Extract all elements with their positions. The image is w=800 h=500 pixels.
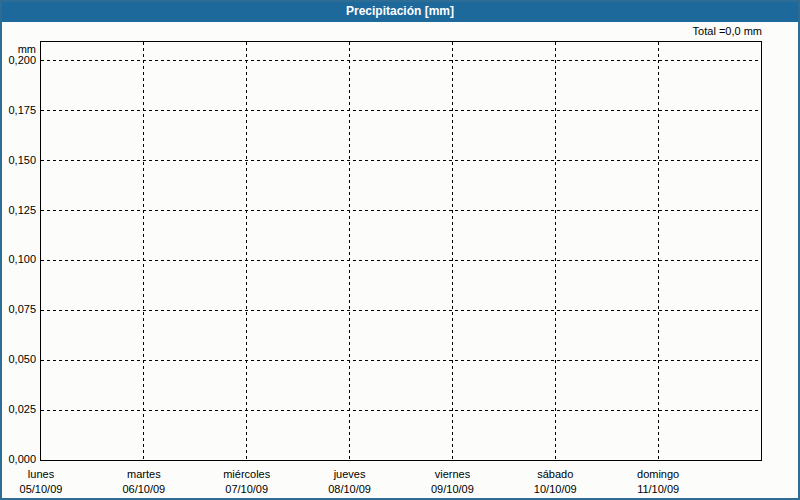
y-tick-label: 0,175 (2, 104, 36, 117)
h-gridline (41, 160, 761, 161)
plot-area (40, 41, 762, 461)
chart-title: Precipitación [mm] (346, 4, 454, 18)
h-gridline (41, 360, 761, 361)
y-tick-label: 0,100 (2, 253, 36, 266)
chart-title-bar: Precipitación [mm] (0, 0, 800, 22)
v-gridline (658, 42, 659, 460)
y-tick-label: 0,150 (2, 154, 36, 167)
v-gridline (349, 42, 350, 460)
v-gridline (143, 42, 144, 460)
x-day-label: martes (92, 468, 196, 481)
h-gridline (41, 60, 761, 61)
x-date-label: 11/10/09 (606, 483, 710, 496)
y-tick-label: 0,050 (2, 353, 36, 366)
v-gridline (246, 42, 247, 460)
x-date-label: 10/10/09 (503, 483, 607, 496)
y-tick-label: 0,200 (2, 54, 36, 67)
y-tick-label: 0,025 (2, 403, 36, 416)
x-day-label: sábado (503, 468, 607, 481)
x-day-label: jueves (298, 468, 402, 481)
x-day-label: miércoles (195, 468, 299, 481)
y-tick-label: 0,075 (2, 303, 36, 316)
h-gridline (41, 310, 761, 311)
total-label: Total =0,0 mm (693, 25, 762, 37)
x-day-label: domingo (606, 468, 710, 481)
v-gridline (452, 42, 453, 460)
x-date-label: 08/10/09 (298, 483, 402, 496)
x-date-label: 07/10/09 (195, 483, 299, 496)
h-gridline (41, 410, 761, 411)
chart-window: Precipitación [mm] Total =0,0 mm mm 0,00… (0, 0, 800, 500)
x-date-label: 06/10/09 (92, 483, 196, 496)
x-date-label: 09/10/09 (400, 483, 504, 496)
y-tick-label: 0,000 (2, 453, 36, 466)
x-day-label: viernes (400, 468, 504, 481)
y-tick-label: 0,125 (2, 204, 36, 217)
h-gridline (41, 110, 761, 111)
x-day-label: lunes (0, 468, 93, 481)
v-gridline (555, 42, 556, 460)
x-date-label: 05/10/09 (0, 483, 93, 496)
h-gridline (41, 260, 761, 261)
h-gridline (41, 210, 761, 211)
